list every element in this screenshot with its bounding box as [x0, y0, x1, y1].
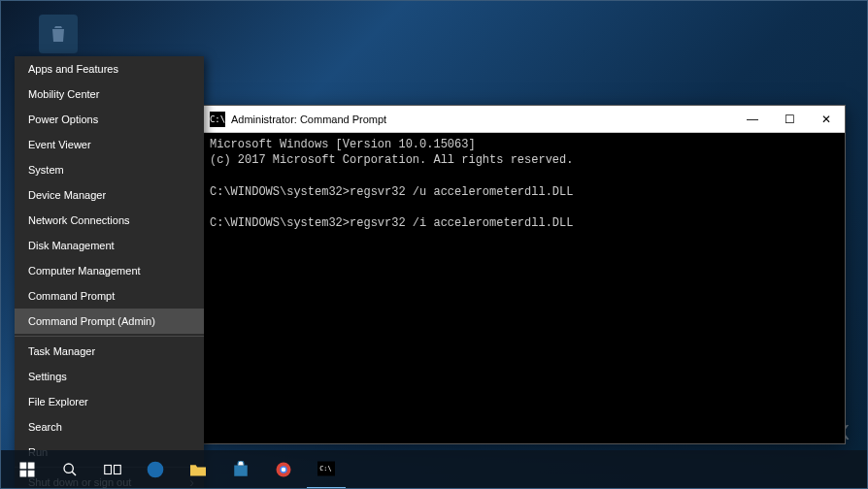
- taskbar: C:\: [0, 450, 868, 489]
- svg-point-12: [282, 468, 286, 473]
- menu-item-computer-management[interactable]: Computer Management: [15, 258, 204, 283]
- menu-item-event-viewer[interactable]: Event Viewer: [15, 132, 204, 157]
- menu-item-task-manager[interactable]: Task Manager: [15, 339, 204, 364]
- search-icon[interactable]: [50, 450, 89, 489]
- maximize-button[interactable]: ☐: [771, 106, 808, 133]
- taskbar-app-cmd[interactable]: C:\: [307, 450, 346, 489]
- menu-item-network-connections[interactable]: Network Connections: [15, 208, 204, 233]
- terminal-output[interactable]: Microsoft Windows [Version 10.0.15063] (…: [204, 133, 845, 443]
- menu-item-settings[interactable]: Settings: [15, 364, 204, 389]
- menu-item-power-options[interactable]: Power Options: [15, 107, 204, 132]
- svg-rect-0: [20, 463, 27, 470]
- menu-item-file-explorer[interactable]: File Explorer: [15, 389, 204, 414]
- start-button[interactable]: [8, 450, 47, 489]
- svg-rect-3: [28, 471, 35, 477]
- svg-rect-7: [115, 466, 121, 474]
- taskbar-app-edge[interactable]: [136, 450, 175, 489]
- close-button[interactable]: ✕: [808, 106, 845, 133]
- svg-line-5: [72, 472, 76, 475]
- menu-item-apps-and-features[interactable]: Apps and Features: [15, 56, 204, 82]
- menu-item-device-manager[interactable]: Device Manager: [15, 182, 204, 208]
- menu-item-command-prompt-admin[interactable]: Command Prompt (Admin): [15, 309, 204, 334]
- taskbar-app-chrome[interactable]: [264, 450, 303, 489]
- command-prompt-window: C:\ Administrator: Command Prompt — ☐ ✕ …: [203, 105, 846, 444]
- menu-item-system[interactable]: System: [15, 157, 204, 182]
- menu-separator: [15, 336, 204, 337]
- svg-point-8: [148, 462, 164, 478]
- menu-item-search[interactable]: Search: [15, 414, 204, 440]
- menu-item-command-prompt[interactable]: Command Prompt: [15, 283, 204, 309]
- svg-rect-9: [234, 466, 248, 476]
- menu-item-mobility-center[interactable]: Mobility Center: [15, 82, 204, 107]
- menu-item-disk-management[interactable]: Disk Management: [15, 233, 204, 258]
- recycle-bin-icon: [39, 15, 78, 53]
- svg-text:C:\: C:\: [319, 465, 331, 473]
- minimize-button[interactable]: —: [734, 106, 771, 133]
- taskbar-app-store[interactable]: [221, 450, 260, 489]
- window-titlebar[interactable]: C:\ Administrator: Command Prompt — ☐ ✕: [204, 106, 845, 133]
- taskbar-app-explorer[interactable]: [179, 450, 217, 489]
- svg-rect-1: [28, 463, 35, 470]
- svg-rect-2: [20, 471, 27, 477]
- winx-context-menu: Apps and FeaturesMobility CenterPower Op…: [15, 56, 204, 489]
- cmd-icon: C:\: [210, 112, 225, 127]
- task-view-icon[interactable]: [93, 450, 132, 489]
- svg-rect-6: [105, 466, 112, 474]
- window-title: Administrator: Command Prompt: [231, 114, 734, 125]
- svg-point-4: [64, 464, 73, 473]
